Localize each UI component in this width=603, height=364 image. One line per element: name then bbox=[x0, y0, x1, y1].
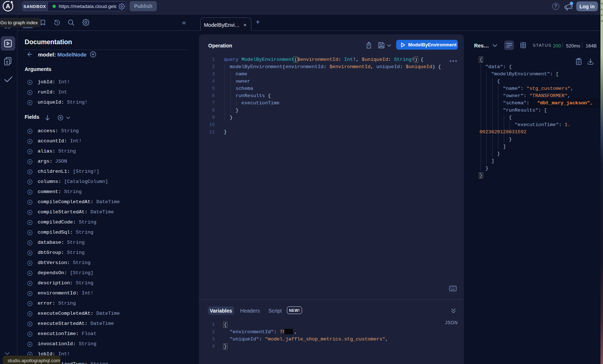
svg-text:A: A bbox=[6, 3, 10, 10]
